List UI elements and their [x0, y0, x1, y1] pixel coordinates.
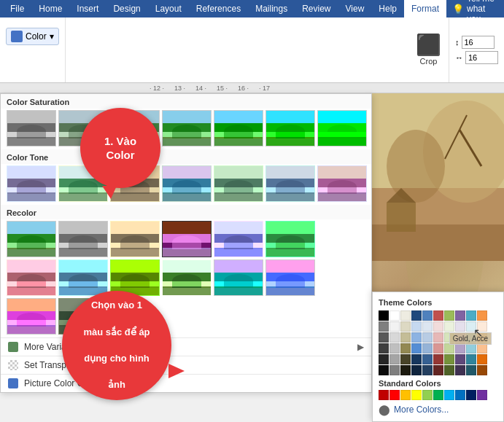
standard-color-swatch[interactable] — [466, 390, 476, 400]
tone-thumb-4[interactable] — [162, 165, 212, 202]
theme-color-swatch[interactable] — [411, 365, 422, 375]
recolor-thumb-7[interactable] — [7, 259, 56, 296]
recolor-thumb-2[interactable] — [58, 221, 108, 257]
theme-color-swatch[interactable] — [389, 321, 400, 332]
theme-color-swatch[interactable] — [444, 321, 454, 332]
theme-color-swatch[interactable] — [400, 343, 411, 353]
theme-color-swatch[interactable] — [477, 354, 487, 364]
tab-layout[interactable]: Layout — [148, 0, 189, 17]
theme-color-swatch[interactable] — [466, 354, 476, 364]
standard-color-swatch[interactable] — [411, 390, 422, 400]
theme-color-swatch[interactable] — [422, 310, 433, 321]
recolor-thumb-8[interactable] — [58, 259, 108, 296]
theme-color-swatch[interactable] — [477, 310, 487, 321]
recolor-thumb-1[interactable] — [7, 221, 56, 257]
theme-color-swatch[interactable] — [400, 310, 411, 321]
theme-color-swatch[interactable] — [379, 310, 389, 321]
theme-color-swatch[interactable] — [400, 365, 411, 375]
standard-color-swatch[interactable] — [455, 390, 465, 400]
more-colors-item[interactable]: ⬤ More Colors... — [379, 404, 497, 415]
height-input[interactable] — [462, 36, 495, 49]
theme-color-swatch[interactable] — [444, 310, 454, 321]
theme-color-swatch[interactable] — [422, 365, 433, 375]
theme-color-swatch[interactable] — [444, 354, 454, 364]
recolor-thumb-12[interactable] — [265, 259, 315, 296]
theme-color-swatch[interactable] — [466, 310, 476, 321]
theme-color-swatch[interactable] — [455, 310, 465, 321]
recolor-thumb-4[interactable] — [162, 221, 212, 257]
theme-color-swatch[interactable] — [455, 321, 465, 332]
tab-file[interactable]: File — [3, 0, 31, 17]
standard-color-swatch[interactable] — [389, 390, 400, 400]
tab-view[interactable]: View — [338, 0, 372, 17]
theme-color-swatch[interactable] — [379, 321, 389, 332]
theme-color-swatch[interactable] — [379, 343, 389, 353]
theme-color-swatch[interactable] — [455, 343, 465, 353]
tab-home[interactable]: Home — [31, 0, 69, 17]
theme-color-swatch[interactable] — [444, 343, 454, 353]
picture-color-options-item[interactable]: Picture Color Options... — [1, 374, 371, 392]
theme-color-swatch[interactable] — [411, 343, 422, 353]
theme-color-swatch[interactable] — [455, 354, 465, 364]
recolor-thumb-11[interactable] — [214, 259, 263, 296]
theme-color-swatch[interactable] — [379, 332, 389, 343]
theme-color-swatch[interactable] — [379, 354, 389, 364]
theme-color-swatch[interactable] — [411, 310, 422, 321]
theme-color-swatch[interactable] — [411, 321, 422, 332]
recolor-thumb-5[interactable] — [214, 221, 263, 257]
tab-review[interactable]: Review — [295, 0, 338, 17]
theme-color-swatch[interactable] — [477, 365, 487, 375]
saturation-thumb-6[interactable] — [265, 110, 315, 146]
tab-insert[interactable]: Insert — [69, 0, 106, 17]
theme-color-swatch[interactable] — [444, 365, 454, 375]
saturation-thumb-5[interactable] — [214, 110, 263, 146]
standard-color-swatch[interactable] — [477, 390, 487, 400]
theme-color-swatch[interactable] — [389, 332, 400, 343]
theme-color-swatch[interactable] — [433, 310, 443, 321]
set-transparent-item[interactable]: Set Transparent Color — [1, 356, 371, 374]
color-button[interactable]: Color ▾ — [6, 28, 59, 45]
saturation-thumb-7[interactable] — [317, 110, 367, 146]
tone-thumb-5[interactable] — [214, 165, 263, 202]
recolor-thumb-10[interactable] — [162, 259, 212, 296]
theme-color-swatch[interactable] — [389, 354, 400, 364]
standard-color-swatch[interactable] — [444, 390, 454, 400]
standard-color-swatch[interactable] — [422, 390, 433, 400]
theme-color-swatch[interactable] — [389, 310, 400, 321]
width-input[interactable] — [465, 51, 498, 64]
theme-color-swatch[interactable] — [422, 332, 433, 343]
theme-color-swatch[interactable] — [400, 354, 411, 364]
standard-color-swatch[interactable] — [433, 390, 443, 400]
recolor-thumb-3[interactable] — [110, 221, 160, 257]
theme-color-swatch[interactable] — [400, 332, 411, 343]
tone-thumb-6[interactable] — [265, 165, 315, 202]
tab-help[interactable]: Help — [371, 0, 404, 17]
standard-color-swatch[interactable] — [379, 390, 389, 400]
tab-design[interactable]: Design — [106, 0, 147, 17]
theme-color-swatch[interactable] — [466, 343, 476, 353]
theme-color-swatch[interactable] — [389, 365, 400, 375]
theme-color-swatch[interactable] — [422, 343, 433, 353]
theme-color-swatch[interactable] — [433, 332, 443, 343]
tone-thumb-7[interactable] — [317, 165, 367, 202]
saturation-thumb-4[interactable] — [162, 110, 212, 146]
standard-color-swatch[interactable] — [400, 390, 411, 400]
theme-color-swatch[interactable] — [433, 321, 443, 332]
saturation-thumb-1[interactable] — [7, 110, 56, 146]
recolor-thumb-13[interactable] — [7, 298, 56, 335]
theme-color-swatch[interactable] — [433, 343, 443, 353]
theme-color-swatch[interactable] — [433, 354, 443, 364]
theme-color-swatch[interactable] — [411, 354, 422, 364]
theme-color-swatch[interactable] — [466, 365, 476, 375]
theme-color-swatch[interactable] — [389, 343, 400, 353]
theme-color-swatch[interactable] — [422, 321, 433, 332]
theme-color-swatch[interactable] — [433, 365, 443, 375]
more-variations-item[interactable]: More Variations ▶ — [1, 337, 371, 356]
theme-color-swatch[interactable] — [400, 321, 411, 332]
theme-color-swatch[interactable] — [422, 354, 433, 364]
tab-references[interactable]: References — [189, 0, 248, 17]
tab-mailings[interactable]: Mailings — [248, 0, 295, 17]
tab-format[interactable]: Format — [404, 0, 446, 17]
recolor-thumb-6[interactable] — [265, 221, 315, 257]
tone-thumb-1[interactable] — [7, 165, 56, 202]
